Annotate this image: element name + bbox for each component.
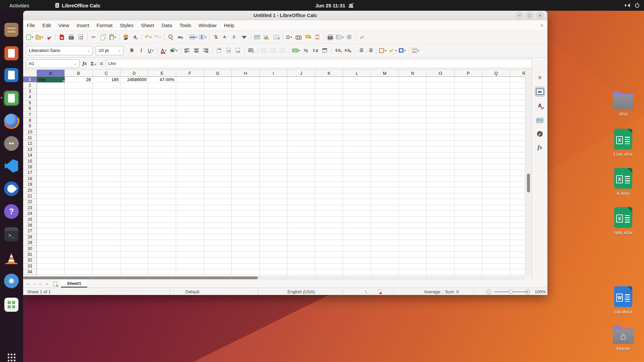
cell-E14[interactable] [148,153,176,158]
cell-K10[interactable] [315,129,343,135]
cell-R31[interactable] [510,252,525,257]
cell-O4[interactable] [427,94,454,100]
cell-M25[interactable] [371,217,399,222]
cell-P16[interactable] [454,164,482,170]
cell-F32[interactable] [176,257,204,263]
maximize-button[interactable]: □ [526,11,534,19]
cell-I31[interactable] [260,252,287,257]
row-header-18[interactable]: 18 [23,176,37,182]
row-header-33[interactable]: 33 [23,263,37,269]
cell-E8[interactable] [148,118,176,123]
cell-D24[interactable] [120,211,148,217]
cell-K18[interactable] [315,176,343,182]
cell-A7[interactable] [37,112,65,117]
cell-K32[interactable] [315,257,343,263]
cell-K13[interactable] [315,147,343,153]
cell-P12[interactable] [454,141,482,146]
cell-M2[interactable] [371,82,399,88]
cell-P10[interactable] [454,129,482,135]
column-header-Q[interactable]: Q [482,70,510,77]
cell-N3[interactable] [399,88,427,94]
cell-I3[interactable] [260,88,287,94]
row-header-20[interactable]: 20 [23,187,37,193]
cell-E29[interactable] [148,240,176,246]
cell-A14[interactable] [37,153,65,158]
cell-Q15[interactable] [482,158,510,164]
cell-P14[interactable] [454,153,482,158]
cell-I26[interactable] [260,223,287,228]
cell-J4[interactable] [287,94,315,100]
cell-M28[interactable] [371,234,399,240]
clock-menu[interactable]: Jun 25 11:31 [315,0,353,11]
cell-E10[interactable] [148,129,176,135]
cell-C19[interactable] [93,182,120,187]
cell-I9[interactable] [260,123,287,129]
cell-D22[interactable] [120,199,148,205]
cell-N12[interactable] [399,141,427,146]
cell-P34[interactable] [454,269,482,275]
cell-H29[interactable] [232,240,260,246]
cell-R10[interactable] [510,129,525,135]
next-sheet-button[interactable]: » [38,282,43,286]
cell-N18[interactable] [399,176,427,182]
cell-G27[interactable] [204,228,232,234]
cell-D7[interactable] [120,112,148,117]
cell-O19[interactable] [427,182,454,187]
cell-J2[interactable] [287,82,315,88]
zoom-slider[interactable] [494,288,528,295]
cell-I23[interactable] [260,205,287,211]
cell-H34[interactable] [232,269,260,275]
cell-H24[interactable] [232,211,260,217]
cell-C27[interactable] [93,228,120,234]
cell-E7[interactable] [148,112,176,117]
cell-E21[interactable] [148,193,176,199]
cell-H21[interactable] [232,193,260,199]
cell-R5[interactable] [510,100,525,106]
cell-P33[interactable] [454,263,482,269]
cell-C29[interactable] [93,240,120,246]
cell-G30[interactable] [204,246,232,251]
cell-B12[interactable] [65,141,93,146]
cell-Q25[interactable] [482,217,510,222]
cell-E19[interactable] [148,182,176,187]
cell-P28[interactable] [454,234,482,240]
dropdown-arrow-icon[interactable]: ▾ [385,49,386,52]
sidebar-navigator-button[interactable] [535,129,545,139]
cell-P11[interactable] [454,135,482,141]
cell-H18[interactable] [232,176,260,182]
cell-H17[interactable] [232,170,260,176]
print-button[interactable] [67,32,76,42]
cut-button[interactable]: ✂ [89,32,99,42]
cell-O27[interactable] [427,228,454,234]
cell-B15[interactable] [65,158,93,164]
cell-C23[interactable] [93,205,120,211]
cell-R12[interactable] [510,141,525,146]
cell-G25[interactable] [204,217,232,222]
cell-F20[interactable] [176,187,204,193]
cell-B4[interactable] [65,94,93,100]
cell-G24[interactable] [204,211,232,217]
cell-C5[interactable] [93,100,120,106]
cell-L7[interactable] [343,112,371,117]
row-header-19[interactable]: 19 [23,182,37,187]
cell-C18[interactable] [93,176,120,182]
cell-B10[interactable] [65,129,93,135]
cell-D12[interactable] [120,141,148,146]
cell-O26[interactable] [427,223,454,228]
cell-C34[interactable] [93,269,120,275]
cell-B22[interactable] [65,199,93,205]
cell-D15[interactable] [120,158,148,164]
cell-A19[interactable] [37,182,65,187]
cell-I20[interactable] [260,187,287,193]
cell-P20[interactable] [454,187,482,193]
find-replace-button[interactable] [166,32,175,42]
cell-K19[interactable] [315,182,343,187]
dock-show-apps-button[interactable] [3,349,19,362]
cell-M6[interactable] [371,106,399,112]
new-document-button[interactable]: ▾ [25,32,35,42]
cell-Q9[interactable] [482,123,510,129]
cell-J25[interactable] [287,217,315,222]
cell-F31[interactable] [176,252,204,257]
cell-D26[interactable] [120,223,148,228]
dock-terminal-button[interactable] [3,226,19,242]
